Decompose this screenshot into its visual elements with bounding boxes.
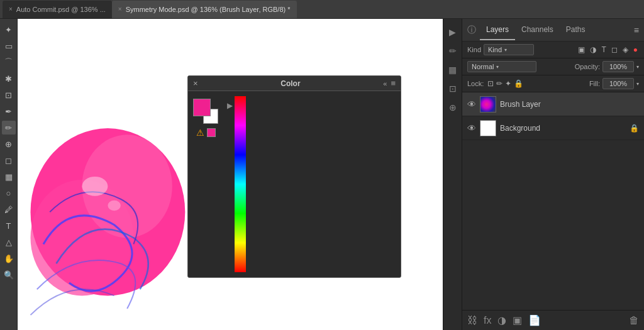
- fill-label: Fill:: [589, 80, 600, 87]
- link-layers-btn[interactable]: ⛓: [466, 314, 479, 327]
- tab-1-label: Auto Commit.psd @ 136% ...: [16, 6, 106, 13]
- blend-row: Normal ▾ Opacity: 100% ▾: [462, 58, 644, 75]
- shape-tool[interactable]: △: [2, 235, 16, 249]
- panel-menu-btn[interactable]: ≡: [634, 25, 639, 35]
- magic-wand-tool[interactable]: ✱: [2, 72, 16, 85]
- kind-value: Kind: [488, 46, 502, 53]
- delete-layer-btn[interactable]: 🗑: [628, 314, 640, 327]
- opacity-chevron: ▾: [636, 64, 639, 70]
- kind-chevron: ▾: [504, 47, 507, 53]
- color-panel: × Color « ≡ ⚠: [187, 75, 401, 278]
- tab-2[interactable]: × Symmetry Mode.psd @ 136% (Brush Layer,…: [112, 1, 297, 18]
- svg-point-4: [82, 177, 108, 196]
- tab-1-close[interactable]: ×: [9, 6, 13, 13]
- lock-all-btn[interactable]: 🔒: [514, 79, 523, 88]
- tab-2-close[interactable]: ×: [118, 6, 122, 13]
- select-tool[interactable]: ▭: [2, 39, 16, 53]
- layer-item-bg[interactable]: 👁 Background 🔒: [462, 116, 644, 140]
- panel-play-icon[interactable]: ▶: [446, 25, 460, 39]
- kind-filter-icons: ▣ ◑ T ◻ ◈ ●: [577, 45, 639, 55]
- dodge-tool[interactable]: ○: [2, 186, 16, 200]
- panel-info-btn[interactable]: ⓘ: [467, 25, 476, 36]
- lock-pixels-btn[interactable]: ⊡: [487, 79, 494, 88]
- panel-tool-1[interactable]: ✏: [446, 44, 460, 58]
- tools-sidebar: ✦ ▭ ⌒ ✱ ⊡ ✒ ✏ ⊕ ◻ ▦ ○ 🖉 T △ ✋ 🔍: [0, 19, 18, 330]
- layer-name-brush: Brush Layer: [500, 100, 639, 109]
- color-panel-title: Color: [280, 79, 300, 88]
- panel-tool-2[interactable]: ▦: [446, 63, 460, 77]
- tab-channels[interactable]: Channels: [515, 20, 560, 40]
- right-panel: ⓘ Layers Channels Paths ≡ Kind Kind ▾ ▣ …: [462, 19, 644, 330]
- new-layer-btn[interactable]: 📄: [527, 313, 542, 327]
- crop-tool[interactable]: ⊡: [2, 88, 16, 102]
- hue-arrow: ▶: [227, 96, 233, 110]
- panel-tabs: ⓘ Layers Channels Paths ≡: [462, 19, 644, 41]
- foreground-swatch[interactable]: [193, 99, 211, 116]
- layer-thumbnail-brush: [480, 96, 496, 113]
- kind-icon-smart[interactable]: ◈: [621, 45, 630, 55]
- lasso-tool[interactable]: ⌒: [2, 55, 16, 69]
- brush-tool[interactable]: ✏: [2, 121, 16, 135]
- tab-2-label: Symmetry Mode.psd @ 136% (Brush Layer, R…: [126, 6, 291, 13]
- kind-icon-color[interactable]: ●: [632, 45, 639, 55]
- lock-row: Lock: ⊡ ✏ ✦ 🔒 Fill: 100% ▾: [462, 75, 644, 92]
- blend-chevron: ▾: [496, 64, 499, 70]
- tab-1[interactable]: × Auto Commit.psd @ 136% ...: [3, 1, 112, 18]
- canvas-area[interactable]: × Color « ≡ ⚠: [18, 19, 443, 330]
- gradient-tool[interactable]: ▦: [2, 170, 16, 184]
- layer-name-bg: Background: [500, 124, 626, 133]
- kind-icon-shape[interactable]: ◻: [610, 45, 619, 55]
- blend-mode-dropdown[interactable]: Normal ▾: [467, 61, 536, 72]
- kind-icon-type[interactable]: T: [600, 45, 607, 55]
- panel-tool-3[interactable]: ⊡: [446, 82, 460, 96]
- color-panel-header: × Color « ≡: [188, 76, 401, 91]
- color-panel-close-btn[interactable]: ×: [193, 79, 198, 88]
- tab-paths[interactable]: Paths: [560, 20, 592, 40]
- layer-tools-bottom: ⛓ fx ◑ ▣ 📄 🗑: [462, 310, 644, 330]
- kind-dropdown[interactable]: Kind ▾: [484, 44, 534, 55]
- hue-strip[interactable]: [235, 96, 246, 272]
- color-swatches: ⚠: [193, 96, 218, 272]
- lock-position-btn[interactable]: ✏: [496, 79, 502, 88]
- eyedropper-tool[interactable]: ✒: [2, 104, 16, 118]
- zoom-tool[interactable]: 🔍: [2, 268, 16, 282]
- layer-visibility-bg[interactable]: 👁: [467, 123, 476, 133]
- color-panel-body: ⚠: [188, 91, 401, 277]
- color-panel-collapse-btn[interactable]: «: [383, 80, 387, 87]
- pen-tool[interactable]: 🖉: [2, 202, 16, 216]
- fill-chevron: ▾: [636, 81, 639, 87]
- eraser-tool[interactable]: ◻: [2, 153, 16, 167]
- layers-list: 👁 Brush Layer 👁 Background 🔒: [462, 92, 644, 310]
- layer-visibility-brush[interactable]: 👁: [467, 99, 476, 109]
- clone-tool[interactable]: ⊕: [2, 137, 16, 151]
- layer-item-brush[interactable]: 👁 Brush Layer: [462, 92, 644, 116]
- color-picker-main: ▶: [223, 96, 396, 272]
- kind-icon-pixel[interactable]: ▣: [577, 45, 586, 55]
- blend-mode-value: Normal: [472, 63, 494, 70]
- kind-row: Kind Kind ▾ ▣ ◑ T ◻ ◈ ●: [462, 41, 644, 58]
- kind-icon-adjust[interactable]: ◑: [589, 45, 597, 55]
- add-style-btn[interactable]: fx: [482, 314, 492, 327]
- fill-control: Fill: 100% ▾: [589, 78, 639, 89]
- hand-tool[interactable]: ✋: [2, 251, 16, 265]
- fill-input[interactable]: 100%: [602, 78, 634, 89]
- move-tool[interactable]: ✦: [2, 23, 16, 36]
- opacity-label: Opacity:: [575, 63, 600, 70]
- gamut-warning-icon[interactable]: ⚠: [196, 128, 204, 138]
- tab-bar: × Auto Commit.psd @ 136% ... × Symmetry …: [0, 0, 644, 19]
- kind-label: Kind: [467, 46, 481, 53]
- add-mask-btn[interactable]: ◑: [496, 313, 508, 327]
- new-group-btn[interactable]: ▣: [511, 313, 523, 327]
- layer-lock-bg: 🔒: [630, 124, 639, 133]
- panel-tool-4[interactable]: ⊕: [446, 101, 460, 114]
- color-panel-menu-btn[interactable]: ≡: [391, 79, 396, 88]
- svg-point-5: [108, 201, 120, 211]
- opacity-input[interactable]: 100%: [602, 61, 634, 72]
- fg-bg-swatch-group: [193, 99, 218, 124]
- main-area: ✦ ▭ ⌒ ✱ ⊡ ✒ ✏ ⊕ ◻ ▦ ○ 🖉 T △ ✋ 🔍: [0, 19, 644, 330]
- tab-layers[interactable]: Layers: [480, 20, 515, 40]
- lock-artboard-btn[interactable]: ✦: [505, 79, 511, 88]
- lock-icons: ⊡ ✏ ✦ 🔒: [487, 79, 523, 88]
- text-tool[interactable]: T: [2, 219, 16, 233]
- gamut-swatch[interactable]: [207, 128, 216, 137]
